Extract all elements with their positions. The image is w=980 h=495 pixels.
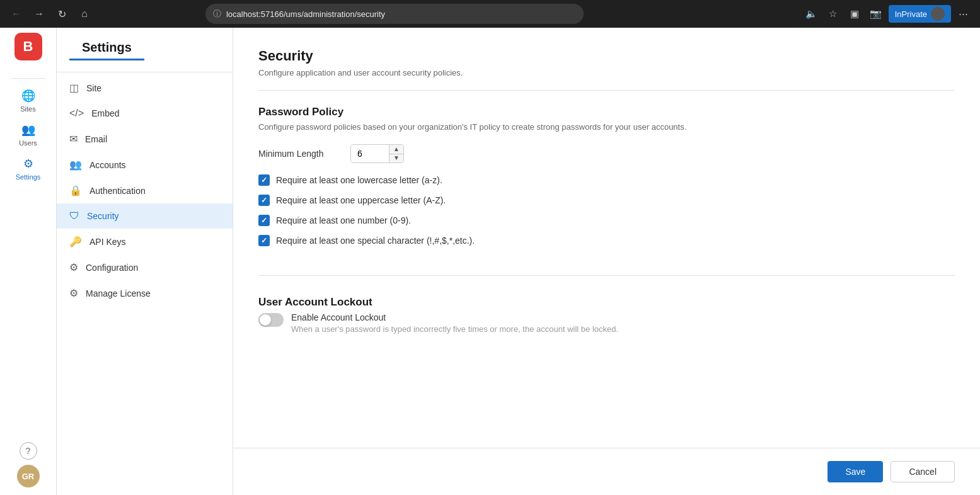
spinner-up[interactable]: ▲ xyxy=(389,145,403,154)
user-avatar[interactable]: GR xyxy=(17,465,40,487)
sidebar-item-authentication[interactable]: 🔒 Authentication xyxy=(57,178,233,203)
check-mark-4: ✓ xyxy=(261,236,267,245)
min-length-label: Minimum Length xyxy=(258,149,340,159)
nav-users[interactable]: 👥 Users xyxy=(6,118,51,152)
checkbox-lowercase-label: Require at least one lowercase letter (a… xyxy=(276,175,442,185)
check-mark-1: ✓ xyxy=(261,176,267,185)
sidebar-item-api-keys[interactable]: 🔑 API Keys xyxy=(57,229,233,254)
sidebar-item-security[interactable]: 🛡 Security xyxy=(57,203,233,229)
settings-icon: ⚙ xyxy=(23,157,33,171)
sidebar-item-site[interactable]: ◫ Site xyxy=(57,75,233,101)
inprivate-button[interactable]: InPrivate xyxy=(889,5,951,23)
browser-actions: 🔈 ☆ ▣ 📷 InPrivate ⋯ xyxy=(803,5,972,23)
sidebar-item-manage-license[interactable]: ⚙ Manage License xyxy=(57,280,233,306)
toggle-knob xyxy=(260,314,271,326)
checkbox-special-label: Require at least one special character (… xyxy=(276,236,475,246)
profile-avatar xyxy=(931,7,945,21)
checkbox-lowercase-row: ✓ Require at least one lowercase letter … xyxy=(258,174,955,186)
users-icon: 👥 xyxy=(21,123,35,137)
password-policy-title: Password Policy xyxy=(258,106,955,118)
spinner-down[interactable]: ▼ xyxy=(389,154,403,163)
address-bar[interactable]: ⓘ localhost:57166/ums/administration/sec… xyxy=(205,4,584,24)
account-lockout-toggle[interactable] xyxy=(258,313,284,327)
embed-icon: </> xyxy=(69,108,84,119)
favorites-button[interactable]: ☆ xyxy=(824,5,842,23)
cancel-button[interactable]: Cancel xyxy=(891,461,955,482)
account-lockout-title: User Account Lockout xyxy=(258,296,955,309)
toggle-label: Enable Account Lockout xyxy=(291,312,618,322)
check-mark-2: ✓ xyxy=(261,196,267,205)
site-icon: ◫ xyxy=(69,82,79,94)
settings-title: Settings xyxy=(69,40,144,60)
page-header: Security Configure application and user … xyxy=(258,48,955,91)
sidebar-item-configuration[interactable]: ⚙ Configuration xyxy=(57,254,233,280)
read-aloud-button[interactable]: 🔈 xyxy=(803,5,821,23)
checkbox-lowercase[interactable]: ✓ xyxy=(258,174,270,186)
password-policy-section: Password Policy Configure password polic… xyxy=(258,106,955,276)
address-url: localhost:57166/ums/administration/secur… xyxy=(226,9,385,19)
globe-icon: 🌐 xyxy=(21,89,35,103)
help-button[interactable]: ? xyxy=(20,442,37,460)
security-icon: 🛡 xyxy=(69,210,79,222)
checkbox-special-row: ✓ Require at least one special character… xyxy=(258,235,955,246)
share-button[interactable]: 📷 xyxy=(867,5,885,23)
sidebar-item-email[interactable]: ✉ Email xyxy=(57,126,233,152)
forward-button[interactable]: → xyxy=(30,5,48,23)
min-length-input-wrapper: ▲ ▼ xyxy=(350,144,404,163)
save-button[interactable]: Save xyxy=(827,461,883,482)
manage-license-icon: ⚙ xyxy=(69,287,78,299)
icon-bar: B 🌐 Sites 👥 Users ⚙ Settings ? GR xyxy=(0,28,57,495)
password-policy-desc: Configure password policies based on you… xyxy=(258,122,955,132)
account-lockout-section: User Account Lockout Enable Account Lock… xyxy=(258,296,955,359)
divider-1 xyxy=(11,78,45,79)
sidebar-item-embed[interactable]: </> Embed xyxy=(57,101,233,126)
checkbox-number[interactable]: ✓ xyxy=(258,215,270,226)
spinners: ▲ ▼ xyxy=(389,145,403,162)
toggle-content: Enable Account Lockout When a user's pas… xyxy=(291,312,618,334)
main-content: Security Configure application and user … xyxy=(233,28,980,495)
icon-bar-bottom: ? GR xyxy=(17,442,40,495)
info-icon: ⓘ xyxy=(213,8,221,20)
nav-sites[interactable]: 🌐 Sites xyxy=(6,84,51,118)
configuration-icon: ⚙ xyxy=(69,261,78,273)
checkbox-number-row: ✓ Require at least one number (0-9). xyxy=(258,215,955,226)
min-length-input[interactable] xyxy=(351,145,389,162)
checkbox-uppercase-row: ✓ Require at least one uppercase letter … xyxy=(258,195,955,206)
checkbox-uppercase[interactable]: ✓ xyxy=(258,195,270,206)
authentication-icon: 🔒 xyxy=(69,185,82,196)
check-mark-3: ✓ xyxy=(261,216,267,225)
refresh-button[interactable]: ↻ xyxy=(53,5,71,23)
app-logo: B xyxy=(14,33,42,60)
app-layout: B 🌐 Sites 👥 Users ⚙ Settings ? GR Settin… xyxy=(0,28,980,495)
more-options-button[interactable]: ⋯ xyxy=(955,5,972,23)
email-icon: ✉ xyxy=(69,133,78,145)
content-area: Security Configure application and user … xyxy=(233,28,980,448)
back-button[interactable]: ← xyxy=(8,5,25,23)
min-length-row: Minimum Length ▲ ▼ xyxy=(258,144,955,163)
page-title: Security xyxy=(258,48,955,64)
page-subtitle: Configure application and user account s… xyxy=(258,68,955,77)
sidebar-item-accounts[interactable]: 👥 Accounts xyxy=(57,152,233,178)
toggle-desc: When a user's password is typed incorrec… xyxy=(291,324,618,334)
api-keys-icon: 🔑 xyxy=(69,236,82,248)
collections-button[interactable]: ▣ xyxy=(846,5,863,23)
checkbox-uppercase-label: Require at least one uppercase letter (A… xyxy=(276,195,446,205)
nav-settings[interactable]: ⚙ Settings xyxy=(6,152,51,186)
home-button[interactable]: ⌂ xyxy=(76,5,93,23)
browser-chrome: ← → ↻ ⌂ ⓘ localhost:57166/ums/administra… xyxy=(0,0,980,28)
checkbox-special[interactable]: ✓ xyxy=(258,235,270,246)
settings-title-wrapper: Settings xyxy=(57,40,233,72)
checkbox-number-label: Require at least one number (0-9). xyxy=(276,215,411,225)
settings-sidebar: Settings ◫ Site </> Embed ✉ Email 👥 Acco… xyxy=(57,28,233,495)
footer-actions: Save Cancel xyxy=(233,448,980,495)
toggle-row: Enable Account Lockout When a user's pas… xyxy=(258,312,955,334)
accounts-icon: 👥 xyxy=(69,159,82,171)
